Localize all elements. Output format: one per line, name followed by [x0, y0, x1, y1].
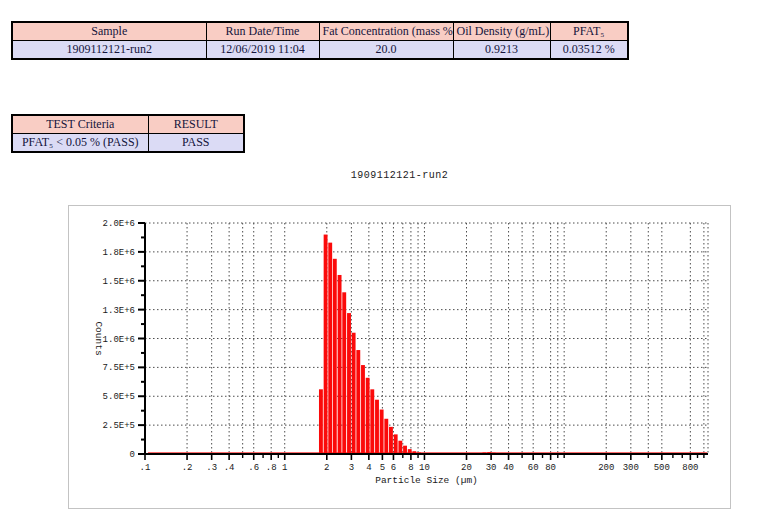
- histogram-bar: [324, 235, 328, 454]
- sample-info-table: SampleRun Date/TimeFat Concentration (ma…: [11, 21, 629, 60]
- x-tick-label: .8: [266, 463, 277, 473]
- y-tick-label: 1.0E+6: [103, 335, 135, 345]
- x-tick-label: 5: [380, 463, 385, 473]
- histogram-bar: [333, 259, 337, 454]
- histogram-bar: [366, 378, 370, 454]
- histogram-bar: [342, 292, 346, 454]
- chart-gridlines: [145, 223, 708, 454]
- histogram-bar: [328, 243, 332, 454]
- header-cell: TEST Criteria: [12, 115, 148, 134]
- x-tick-label: .3: [206, 463, 217, 473]
- histogram-bar: [319, 389, 323, 454]
- header-row: SampleRun Date/TimeFat Concentration (ma…: [12, 22, 628, 41]
- x-tick-label: 3: [349, 463, 354, 473]
- chart-title: 1909112121-run2: [68, 170, 731, 181]
- x-tick-label: 500: [654, 463, 670, 473]
- y-tick-label: 1.8E+6: [103, 248, 135, 258]
- header-row: TEST CriteriaRESULT: [12, 115, 244, 134]
- x-tick-label: 8: [408, 463, 413, 473]
- histogram-bar: [375, 400, 379, 454]
- x-axis-ticks: .1.2.3.4.6.81234568102030406080200300500…: [140, 454, 704, 473]
- header-cell: Run Date/Time: [206, 22, 319, 41]
- histogram-bar: [361, 365, 365, 454]
- x-tick-label: 800: [682, 463, 698, 473]
- x-tick-label: 1: [282, 463, 287, 473]
- data-cell: 1909112121-run2: [12, 41, 206, 60]
- data-cell: PFAT₅ < 0.05 % (PASS): [12, 134, 148, 153]
- x-tick-label: 4: [366, 463, 371, 473]
- histogram-bars: [148, 235, 707, 454]
- x-tick-label: .2: [182, 463, 193, 473]
- data-cell: PASS: [148, 134, 244, 153]
- histogram-bar: [352, 333, 356, 454]
- y-tick-label: 0: [130, 450, 135, 460]
- x-tick-label: 10: [419, 463, 430, 473]
- x-tick-label: .6: [248, 463, 259, 473]
- x-tick-label: 2: [324, 463, 329, 473]
- histogram-svg: 02.5E+55.0E+57.5E+51.0E+61.3E+61.5E+61.8…: [69, 206, 730, 508]
- header-cell: PFAT₅: [550, 22, 628, 41]
- histogram-bar: [338, 275, 342, 454]
- data-cell: 20.0: [319, 41, 453, 60]
- histogram-bar: [398, 441, 402, 454]
- y-tick-label: 5.0E+5: [103, 392, 135, 402]
- y-tick-label: 1.5E+6: [103, 277, 135, 287]
- x-tick-label: 60: [528, 463, 539, 473]
- histogram-bar: [394, 434, 398, 454]
- data-cell: 0.03512 %: [550, 41, 628, 60]
- x-tick-label: 80: [545, 463, 556, 473]
- histogram-bar: [356, 350, 360, 454]
- histogram-bar: [370, 389, 374, 454]
- data-cell: 12/06/2019 11:04: [206, 41, 319, 60]
- x-tick-label: 6: [391, 463, 396, 473]
- x-axis-title: Particle Size (µm): [375, 475, 478, 486]
- data-row: PFAT₅ < 0.05 % (PASS)PASS: [12, 134, 244, 153]
- data-cell: 0.9213: [453, 41, 550, 60]
- header-cell: RESULT: [148, 115, 244, 134]
- y-tick-label: 7.5E+5: [103, 363, 135, 373]
- histogram-bar: [389, 427, 393, 454]
- x-tick-label: 20: [461, 463, 472, 473]
- axis-titles: Particle Size (µm)Counts: [93, 321, 478, 486]
- x-tick-label: .4: [224, 463, 235, 473]
- histogram-bar: [347, 313, 351, 454]
- test-result-table: TEST CriteriaRESULTPFAT₅ < 0.05 % (PASS)…: [11, 114, 245, 153]
- y-tick-label: 1.3E+6: [103, 306, 135, 316]
- histogram-bar: [380, 410, 384, 454]
- x-tick-label: 200: [598, 463, 614, 473]
- x-tick-label: 40: [503, 463, 514, 473]
- histogram-bar: [384, 419, 388, 454]
- header-cell: Sample: [12, 22, 206, 41]
- header-cell: Fat Concentration (mass %): [319, 22, 453, 41]
- x-tick-label: 30: [486, 463, 497, 473]
- x-tick-label: .1: [140, 463, 151, 473]
- report-page: { "page": { "background": "#ffffff" }, "…: [0, 0, 780, 524]
- header-cell: Oil Density (g/mL): [453, 22, 550, 41]
- y-tick-label: 2.5E+5: [103, 421, 135, 431]
- x-tick-label: 300: [623, 463, 639, 473]
- y-axis-title: Counts: [93, 321, 104, 355]
- y-tick-label: 2.0E+6: [103, 219, 135, 229]
- y-axis-ticks: 02.5E+55.0E+57.5E+51.0E+61.3E+61.5E+61.8…: [103, 219, 145, 460]
- particle-size-chart: 02.5E+55.0E+57.5E+51.0E+61.3E+61.5E+61.8…: [68, 205, 731, 509]
- data-row: 1909112121-run212/06/2019 11:0420.00.921…: [12, 41, 628, 60]
